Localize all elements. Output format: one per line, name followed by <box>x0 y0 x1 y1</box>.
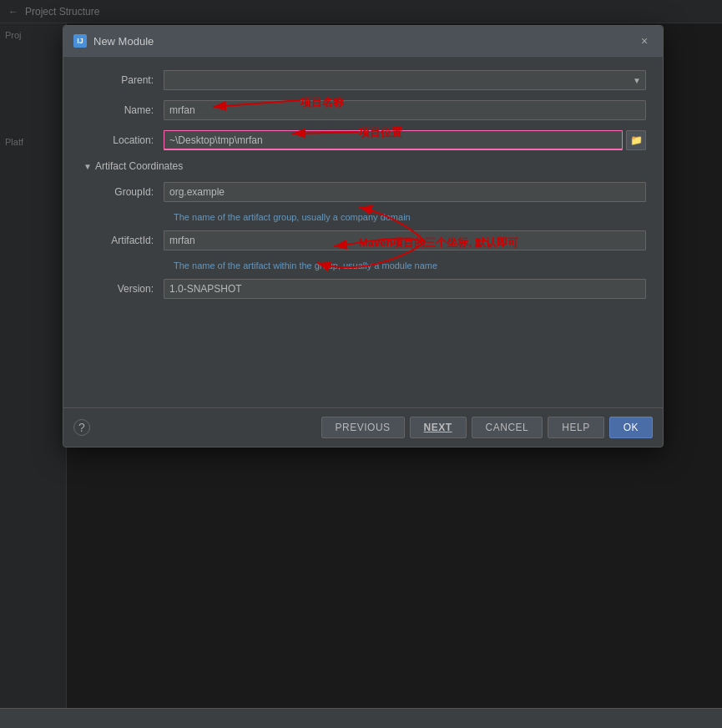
dialog-titlebar: IJ New Module × <box>63 26 663 57</box>
location-row: Location: 📁 <box>80 130 646 150</box>
cancel-button[interactable]: CANCEL <box>472 417 543 438</box>
version-row: Version: <box>80 279 646 299</box>
groupid-row: GroupId: <box>80 182 646 202</box>
help-circle-button[interactable]: ? <box>73 419 90 436</box>
next-button[interactable]: NEXT <box>410 417 467 438</box>
name-input[interactable] <box>164 100 646 120</box>
name-row: Name: <box>80 100 646 120</box>
dialog-footer: ? PREVIOUS NEXT CANCEL HELP OK <box>63 407 663 447</box>
dialog-title-left: IJ New Module <box>73 34 154 48</box>
ok-button[interactable]: OK <box>609 417 653 438</box>
artifact-header: ▼ Artifact Coordinates <box>80 160 646 172</box>
location-label: Location: <box>80 134 164 146</box>
name-label: Name: <box>80 104 164 116</box>
collapse-arrow-icon[interactable]: ▼ <box>83 162 92 171</box>
help-button[interactable]: HELP <box>548 417 603 438</box>
version-input[interactable] <box>164 279 646 299</box>
parent-select[interactable] <box>164 70 646 90</box>
folder-browse-button[interactable]: 📁 <box>626 130 646 150</box>
groupid-input[interactable] <box>164 182 646 202</box>
artifactid-hint: The name of the artifact within the grou… <box>164 260 646 270</box>
parent-row: Parent: ▼ <box>80 70 646 90</box>
artifactid-row: ArtifactId: <box>80 230 646 250</box>
artifact-section-title: Artifact Coordinates <box>95 160 183 172</box>
previous-button[interactable]: PREVIOUS <box>321 417 405 438</box>
artifact-coordinates-section: ▼ Artifact Coordinates GroupId: The name… <box>80 160 646 299</box>
version-label: Version: <box>80 283 164 295</box>
artifactid-input[interactable] <box>164 230 646 250</box>
ide-bottombar <box>0 708 722 728</box>
groupid-label: GroupId: <box>80 186 164 198</box>
artifactid-label: ArtifactId: <box>80 235 164 246</box>
dialog-title: New Module <box>93 35 154 48</box>
new-module-dialog: IJ New Module × Parent: ▼ Name: Location… <box>63 25 664 447</box>
groupid-hint: The name of the artifact group, usually … <box>164 212 646 222</box>
parent-label: Parent: <box>80 74 164 86</box>
folder-icon: 📁 <box>630 134 643 146</box>
dialog-icon: IJ <box>73 34 87 48</box>
parent-select-wrapper: ▼ <box>164 70 646 90</box>
dialog-body: Parent: ▼ Name: Location: 📁 ▼ <box>63 57 663 407</box>
close-button[interactable]: × <box>636 33 653 49</box>
location-input[interactable] <box>164 130 623 150</box>
